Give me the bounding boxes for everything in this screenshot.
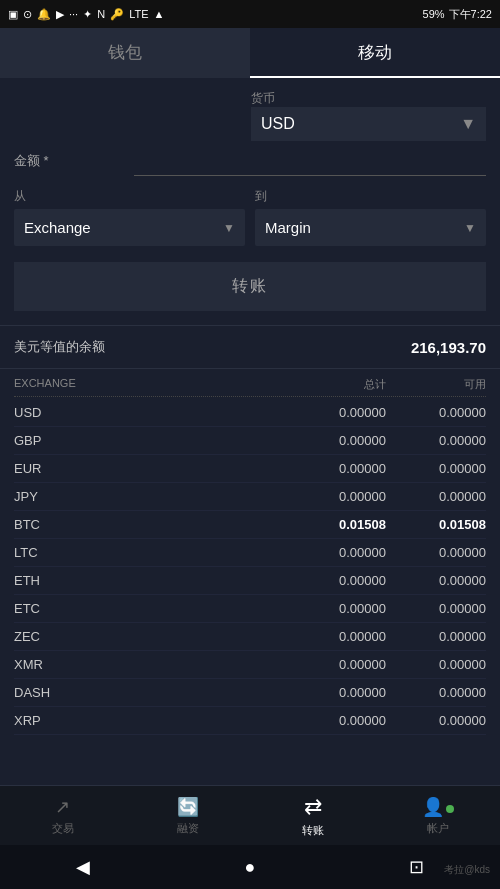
cell-currency-name: XMR [14, 657, 276, 672]
tab-transfer[interactable]: 移动 [250, 28, 500, 78]
android-back-button[interactable]: ◀ [61, 845, 105, 889]
from-dropdown[interactable]: Exchange ▼ [14, 209, 245, 246]
android-recents-button[interactable]: ⊡ [395, 845, 439, 889]
table-col-exchange: EXCHANGE [14, 377, 276, 392]
cell-total: 0.00000 [276, 573, 386, 588]
bottom-nav: ↗ 交易 🔄 融资 ⇄ 转账 👤 帐户 [0, 785, 500, 845]
cell-available: 0.01508 [386, 517, 486, 532]
status-icon-5: ··· [69, 8, 78, 20]
balance-value: 216,193.70 [411, 339, 486, 356]
cell-currency-name: ZEC [14, 629, 276, 644]
online-dot [446, 805, 454, 813]
recents-icon: ⊡ [409, 856, 424, 878]
table-section: EXCHANGE 总计 可用 USD0.000000.00000GBP0.000… [0, 369, 500, 735]
status-icon-lte: LTE [129, 8, 148, 20]
tab-wallet[interactable]: 钱包 [0, 28, 250, 78]
balance-row: 美元等值的余额 216,193.70 [0, 326, 500, 368]
nav-transfer[interactable]: ⇄ 转账 [250, 786, 375, 845]
from-to-row: 从 Exchange ▼ 到 Margin ▼ [14, 188, 486, 246]
android-home-button[interactable]: ● [228, 845, 272, 889]
table-row: GBP0.000000.00000 [14, 427, 486, 455]
transfer-btn-row: 转账 [0, 262, 500, 325]
table-header-row: EXCHANGE 总计 可用 [14, 369, 486, 397]
table-col-available: 可用 [386, 377, 486, 392]
table-row: XMR0.000000.00000 [14, 651, 486, 679]
cell-currency-name: XRP [14, 713, 276, 728]
status-icon-1: ▣ [8, 8, 18, 21]
table-row: ETH0.000000.00000 [14, 567, 486, 595]
from-value: Exchange [24, 219, 91, 236]
nav-funding-label: 融资 [177, 821, 199, 836]
amount-label: 金额 * [14, 152, 134, 170]
nav-funding[interactable]: 🔄 融资 [125, 786, 250, 845]
cell-total: 0.00000 [276, 489, 386, 504]
table-row: ETC0.000000.00000 [14, 595, 486, 623]
funding-icon: 🔄 [177, 796, 199, 818]
cell-available: 0.00000 [386, 713, 486, 728]
cell-currency-name: ETC [14, 601, 276, 616]
currency-label: 货币 [251, 90, 472, 107]
cell-available: 0.00000 [386, 601, 486, 616]
cell-total: 0.00000 [276, 405, 386, 420]
status-icon-3: 🔔 [37, 8, 51, 21]
cell-available: 0.00000 [386, 405, 486, 420]
amount-row: 金额 * [14, 145, 486, 176]
status-icon-nfc: N [97, 8, 105, 20]
nav-account[interactable]: 👤 帐户 [375, 786, 500, 845]
from-col: 从 Exchange ▼ [14, 188, 245, 246]
home-icon: ● [245, 857, 256, 878]
cell-available: 0.00000 [386, 685, 486, 700]
amount-input[interactable] [134, 145, 486, 176]
table-row: BTC0.015080.01508 [14, 511, 486, 539]
account-icon: 👤 [422, 796, 454, 818]
battery-text: 59% [423, 8, 445, 20]
currency-row: 货币 USD ▼ [14, 90, 486, 141]
currency-dropdown[interactable]: USD ▼ [251, 107, 486, 141]
to-col: 到 Margin ▼ [255, 188, 486, 246]
cell-currency-name: LTC [14, 545, 276, 560]
cell-available: 0.00000 [386, 657, 486, 672]
table-col-total: 总计 [276, 377, 386, 392]
cell-total: 0.00000 [276, 657, 386, 672]
table-rows: USD0.000000.00000GBP0.000000.00000EUR0.0… [14, 399, 486, 735]
form-section: 货币 USD ▼ 金额 * 从 Exchange ▼ 到 Margin ▼ [0, 78, 500, 246]
cell-currency-name: USD [14, 405, 276, 420]
balance-label: 美元等值的余额 [14, 338, 105, 356]
cell-currency-name: DASH [14, 685, 276, 700]
tab-header: 钱包 移动 [0, 28, 500, 78]
android-nav: ◀ ● ⊡ 考拉@kds [0, 845, 500, 889]
nav-trade[interactable]: ↗ 交易 [0, 786, 125, 845]
status-icon-signal: ▲ [153, 8, 164, 20]
cell-total: 0.00000 [276, 685, 386, 700]
transfer-button[interactable]: 转账 [14, 262, 486, 311]
status-bar: ▣ ⊙ 🔔 ▶ ··· ✦ N 🔑 LTE ▲ 59% 下午7:22 [0, 0, 500, 28]
status-icon-key: 🔑 [110, 8, 124, 21]
nav-transfer-label: 转账 [302, 823, 324, 838]
to-value: Margin [265, 219, 311, 236]
table-row: LTC0.000000.00000 [14, 539, 486, 567]
cell-available: 0.00000 [386, 629, 486, 644]
cell-currency-name: EUR [14, 461, 276, 476]
watermark: 考拉@kds [444, 863, 490, 877]
cell-currency-name: ETH [14, 573, 276, 588]
from-label: 从 [14, 188, 245, 205]
cell-currency-name: BTC [14, 517, 276, 532]
cell-total: 0.00000 [276, 433, 386, 448]
status-icon-bluetooth: ✦ [83, 8, 92, 21]
cell-available: 0.00000 [386, 489, 486, 504]
cell-currency-name: GBP [14, 433, 276, 448]
to-dropdown[interactable]: Margin ▼ [255, 209, 486, 246]
time-text: 下午7:22 [449, 7, 492, 22]
to-label: 到 [255, 188, 486, 205]
trade-icon: ↗ [55, 796, 70, 818]
cell-available: 0.00000 [386, 461, 486, 476]
nav-trade-label: 交易 [52, 821, 74, 836]
cell-available: 0.00000 [386, 433, 486, 448]
cell-total: 0.00000 [276, 545, 386, 560]
currency-value: USD [261, 115, 295, 133]
cell-total: 0.00000 [276, 713, 386, 728]
table-row: JPY0.000000.00000 [14, 483, 486, 511]
status-right: 59% 下午7:22 [423, 7, 492, 22]
currency-arrow-icon: ▼ [460, 115, 476, 133]
status-left: ▣ ⊙ 🔔 ▶ ··· ✦ N 🔑 LTE ▲ [8, 8, 164, 21]
